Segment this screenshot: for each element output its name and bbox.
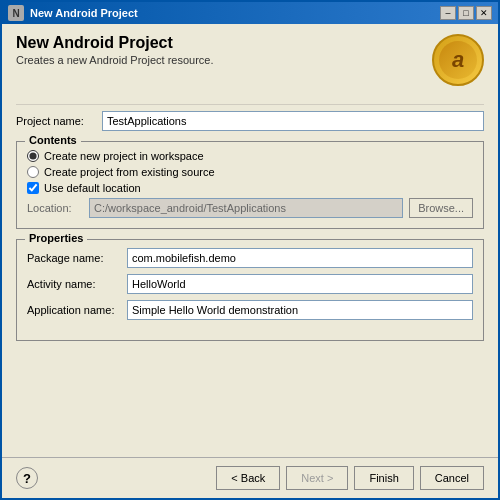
window-content: New Android Project Creates a new Androi… (2, 24, 498, 457)
activity-name-label: Activity name: (27, 278, 127, 290)
logo-letter: a (452, 47, 464, 73)
project-name-input[interactable] (102, 111, 484, 131)
header-divider (16, 104, 484, 105)
back-button[interactable]: < Back (216, 466, 280, 490)
page-title: New Android Project (16, 34, 432, 52)
properties-group: Properties Package name: Activity name: … (16, 239, 484, 341)
use-default-location-checkbox[interactable] (27, 182, 39, 194)
project-name-row: Project name: (16, 111, 484, 131)
maximize-button[interactable]: □ (458, 6, 474, 20)
bottom-bar: ? < Back Next > Finish Cancel (2, 457, 498, 498)
radio-existing-project-label: Create project from existing source (44, 166, 215, 178)
checkbox-row: Use default location (27, 182, 473, 194)
app-name-input[interactable] (127, 300, 473, 320)
title-bar: N New Android Project – □ ✕ (2, 2, 498, 24)
cancel-button[interactable]: Cancel (420, 466, 484, 490)
use-default-location-label: Use default location (44, 182, 141, 194)
app-name-row: Application name: (27, 300, 473, 320)
project-name-label: Project name: (16, 115, 96, 127)
radio-new-project-label: Create new project in workspace (44, 150, 204, 162)
bottom-buttons: < Back Next > Finish Cancel (216, 466, 484, 490)
package-name-label: Package name: (27, 252, 127, 264)
app-name-label: Application name: (27, 304, 127, 316)
title-bar-title: New Android Project (30, 7, 138, 19)
contents-group: Contents Create new project in workspace… (16, 141, 484, 229)
logo-inner: a (439, 41, 477, 79)
close-button[interactable]: ✕ (476, 6, 492, 20)
dialog-window: N New Android Project – □ ✕ New Android … (0, 0, 500, 500)
package-name-row: Package name: (27, 248, 473, 268)
minimize-button[interactable]: – (440, 6, 456, 20)
browse-button[interactable]: Browse... (409, 198, 473, 218)
title-bar-controls: – □ ✕ (440, 6, 492, 20)
title-bar-left: N New Android Project (8, 5, 138, 21)
page-header-text: New Android Project Creates a new Androi… (16, 34, 432, 66)
activity-name-row: Activity name: (27, 274, 473, 294)
radio-new-project[interactable] (27, 150, 39, 162)
package-name-input[interactable] (127, 248, 473, 268)
radio-row-1: Create new project in workspace (27, 150, 473, 162)
radio-row-2: Create project from existing source (27, 166, 473, 178)
finish-button[interactable]: Finish (354, 466, 413, 490)
bottom-left: ? (16, 467, 38, 489)
radio-existing-project[interactable] (27, 166, 39, 178)
properties-legend: Properties (25, 232, 87, 244)
page-subtitle: Creates a new Android Project resource. (16, 54, 432, 66)
contents-legend: Contents (25, 134, 81, 146)
help-button[interactable]: ? (16, 467, 38, 489)
location-row: Location: Browse... (27, 198, 473, 218)
location-input (89, 198, 403, 218)
logo-badge: a (432, 34, 484, 86)
location-label: Location: (27, 202, 83, 214)
next-button[interactable]: Next > (286, 466, 348, 490)
activity-name-input[interactable] (127, 274, 473, 294)
page-header: New Android Project Creates a new Androi… (16, 34, 484, 86)
window-icon: N (8, 5, 24, 21)
